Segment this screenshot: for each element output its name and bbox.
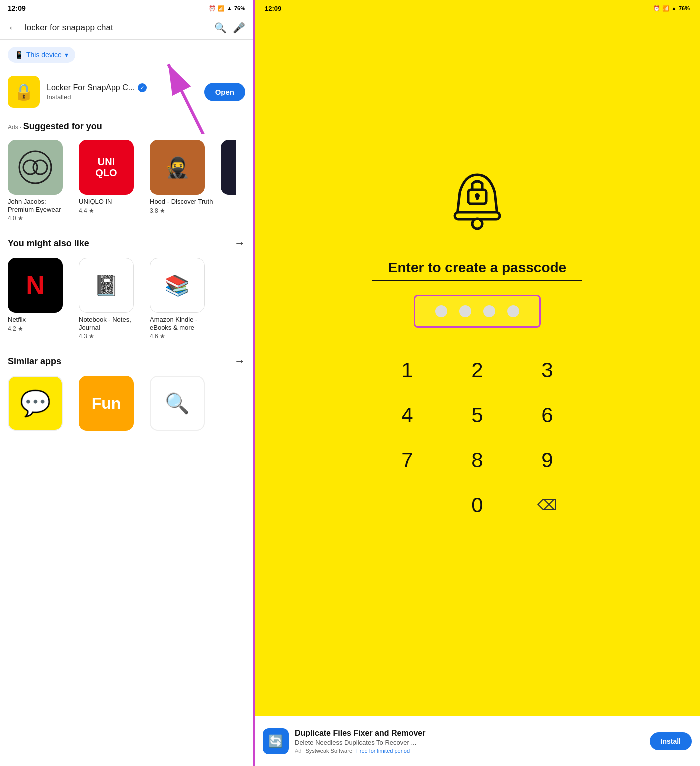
jj-logo-svg (18, 150, 53, 185)
kindle-rating: 4.6 ★ (150, 333, 166, 340)
app-card-uniqlo[interactable]: UNIQLO UNIQLO IN 4.4 ★ (79, 140, 144, 222)
dot-1 (436, 305, 448, 317)
netflix-name: Netflix (8, 316, 26, 324)
signal-icon: 📶 (218, 5, 225, 12)
key-7[interactable]: 7 (372, 438, 442, 483)
ad-label: Ad (295, 748, 302, 754)
purple-arrow (164, 54, 224, 134)
hood-rating: 3.8 ★ (150, 207, 166, 214)
install-button[interactable]: Install (650, 732, 692, 750)
status-bar-right: 12:09 ⏰ 📶 ▲ 76% (255, 0, 700, 16)
netflix-rating: 4.2 ★ (8, 325, 24, 332)
suggested-title: Suggested for you (24, 121, 102, 131)
app-card-chat[interactable]: 💬 (8, 376, 73, 431)
ad-description: Delete Needless Duplicates To Recover ..… (295, 739, 644, 746)
app-icon-hood: 🥷 (150, 140, 205, 195)
lock-app-content: Enter to create a passcode 1 2 3 4 5 6 7… (255, 16, 700, 766)
you-might-like-section: You might also like → N Netflix 4.2 ★ 📓 … (0, 230, 254, 348)
ad-app-name: Duplicate Files Fixer and Remover (295, 729, 644, 738)
search-query[interactable]: locker for snapapp chat (25, 23, 208, 33)
app-icon-jj (8, 140, 63, 195)
signal-icon-right: 📶 (662, 5, 670, 12)
ad-banner: 🔄 Duplicate Files Fixer and Remover Dele… (255, 716, 700, 766)
alarm-icon-right: ⏰ (654, 5, 660, 12)
device-filter-button[interactable]: 📱 This device ▾ (8, 47, 76, 63)
ad-text: Duplicate Files Fixer and Remover Delete… (295, 729, 644, 754)
app-card-partial[interactable] (221, 140, 236, 222)
app-name: Locker For SnapApp C... (47, 83, 135, 92)
svg-point-2 (20, 151, 52, 183)
dot-4 (508, 305, 520, 317)
lock-bell-icon (438, 165, 518, 245)
right-panel: 12:09 ⏰ 📶 ▲ 76% Enter to create a passco… (255, 0, 700, 766)
key-0[interactable]: 0 (442, 483, 512, 528)
mic-icon[interactable]: 🎤 (233, 22, 246, 34)
dot-2 (460, 305, 472, 317)
key-4[interactable]: 4 (372, 393, 442, 438)
app-card-jj[interactable]: John Jacobs:Premium Eyewear 4.0 ★ (8, 140, 73, 222)
keypad: 1 2 3 4 5 6 7 8 9 0 ⌫ (372, 348, 582, 528)
alarm-icon: ⏰ (209, 5, 216, 12)
key-8[interactable]: 8 (442, 438, 512, 483)
jj-rating: 4.0 ★ (8, 215, 24, 222)
section-header-similar: Similar apps → (0, 348, 254, 372)
battery-left: 76% (234, 5, 246, 11)
app-card-fun[interactable]: Fun (79, 376, 144, 431)
similar-apps-section: Similar apps → 💬 Fun 🔍 (0, 348, 254, 439)
app-card-hood[interactable]: 🥷 Hood - Discover Truth 3.8 ★ (150, 140, 215, 222)
search-bar: ← locker for snapapp chat 🔍 🎤 (0, 16, 254, 40)
time-left: 12:09 (8, 4, 26, 12)
key-5[interactable]: 5 (442, 393, 512, 438)
app-card-kindle[interactable]: 📚 Amazon Kindle - eBooks & more 4.6 ★ (150, 258, 215, 340)
notebook-name: Notebook - Notes, Journal (79, 316, 144, 331)
passcode-title: Enter to create a passcode (388, 260, 566, 276)
key-9[interactable]: 9 (512, 438, 582, 483)
section-header-like: You might also like → (0, 230, 254, 254)
key-delete[interactable]: ⌫ (512, 483, 582, 528)
app-card-notebook[interactable]: 📓 Notebook - Notes, Journal 4.3 ★ (79, 258, 144, 340)
ad-company: Systweak Software (306, 748, 352, 754)
status-bar-left: 12:09 ⏰ 📶 ▲ 76% (0, 0, 254, 16)
key-3[interactable]: 3 (512, 348, 582, 393)
app-card-netflix[interactable]: N Netflix 4.2 ★ (8, 258, 73, 340)
svg-point-6 (472, 219, 482, 229)
app-icon-netflix: N (8, 258, 63, 313)
ads-apps-row: John Jacobs:Premium Eyewear 4.0 ★ UNIQLO… (0, 136, 254, 230)
you-might-like-arrow[interactable]: → (234, 237, 246, 250)
wifi-icon: ▲ (227, 5, 232, 11)
ads-label: Ads · (8, 124, 24, 131)
search-icon[interactable]: 🔍 (214, 22, 227, 34)
back-button[interactable]: ← (8, 21, 19, 34)
app-icon-uniqlo: UNIQLO (79, 140, 134, 195)
app-card-scan[interactable]: 🔍 (150, 376, 215, 431)
status-icons-left: ⏰ 📶 ▲ 76% (209, 5, 246, 12)
ad-free-label: Free for limited period (356, 748, 410, 754)
time-right: 12:09 (265, 5, 282, 12)
ad-app-icon: 🔄 (263, 728, 289, 754)
hood-name: Hood - Discover Truth (150, 198, 213, 206)
key-2[interactable]: 2 (442, 348, 512, 393)
status-icons-right: ⏰ 📶 ▲ 76% (654, 5, 690, 12)
similar-apps-arrow[interactable]: → (234, 355, 246, 368)
ad-icon-emoji: 🔄 (268, 734, 284, 748)
uniqlo-rating: 4.4 ★ (79, 207, 94, 214)
key-1[interactable]: 1 (372, 348, 442, 393)
key-6[interactable]: 6 (512, 393, 582, 438)
dropdown-icon: ▾ (65, 51, 68, 59)
jj-name: John Jacobs:Premium Eyewear (8, 198, 61, 213)
notebook-rating: 4.3 ★ (79, 333, 94, 340)
locker-emoji: 🔒 (14, 82, 34, 101)
app-icon-locker: 🔒 (8, 76, 40, 108)
you-might-like-apps: N Netflix 4.2 ★ 📓 Notebook - Notes, Jour… (0, 254, 254, 348)
verified-badge: ✓ (138, 83, 147, 92)
svg-line-1 (168, 64, 204, 134)
you-might-like-title: You might also like (8, 238, 90, 249)
device-icon: 📱 (15, 51, 24, 59)
left-panel: 12:09 ⏰ 📶 ▲ 76% ← locker for snapapp cha… (0, 0, 255, 766)
svg-point-4 (34, 160, 48, 174)
kindle-name: Amazon Kindle - eBooks & more (150, 316, 215, 331)
dot-3 (484, 305, 496, 317)
passcode-dots (414, 295, 541, 328)
device-label: This device (26, 51, 62, 59)
wifi-icon-right: ▲ (672, 5, 677, 11)
